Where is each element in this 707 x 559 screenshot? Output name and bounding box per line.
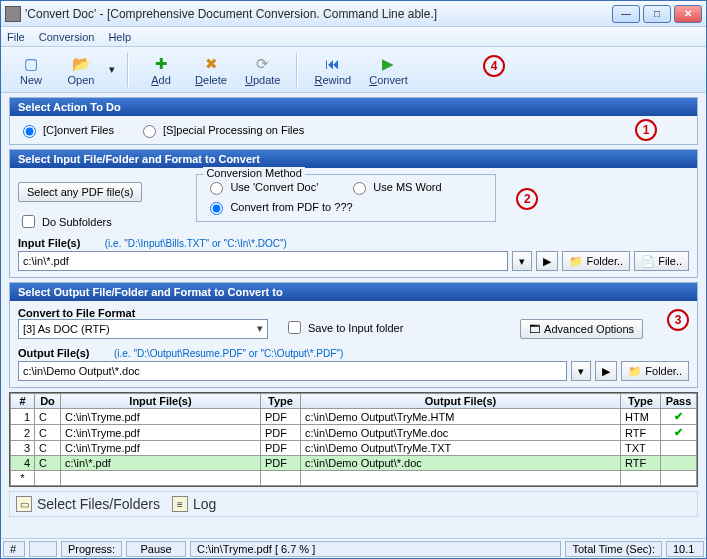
tab-select-files[interactable]: ▭ Select Files/Folders (16, 496, 160, 512)
jobs-grid[interactable]: # Do Input File(s) Type Output File(s) T… (9, 392, 698, 487)
save-to-input-label: Save to Input folder (308, 322, 403, 334)
radio-use-msword[interactable]: Use MS Word (348, 179, 441, 195)
table-row[interactable]: 3CC:\in\Tryme.pdfPDFc:\in\Demo Output\Tr… (11, 441, 697, 456)
table-cell: RTF (621, 456, 661, 471)
col-output[interactable]: Output File(s) (301, 394, 621, 409)
open-label: Open (68, 74, 95, 86)
open-button[interactable]: 📂 Open (59, 50, 103, 90)
col-type[interactable]: Type (261, 394, 301, 409)
status-file: C:\in\Tryme.pdf [ 6.7 % ] (190, 541, 561, 557)
input-file-button[interactable]: 📄File.. (634, 251, 689, 271)
input-folder-button[interactable]: 📁Folder.. (562, 251, 630, 271)
table-cell: TXT (621, 441, 661, 456)
add-button[interactable]: ✚ Add (139, 50, 183, 90)
tab-log-label: Log (193, 496, 216, 512)
table-cell: C (35, 441, 61, 456)
input-dropdown-button[interactable]: ▾ (512, 251, 532, 271)
panel-action-header: Select Action To Do (10, 98, 697, 116)
advanced-options-button[interactable]: 🗔Advanced Options (520, 319, 643, 339)
output-folder-button[interactable]: 📁Folder.. (621, 361, 689, 381)
minimize-button[interactable]: — (612, 5, 640, 23)
status-pause[interactable]: Pause (126, 541, 186, 557)
table-cell: C (35, 425, 61, 441)
folder-icon: 📁 (569, 255, 583, 268)
do-subfolders-checkbox[interactable]: Do Subfolders (18, 212, 142, 231)
select-any-pdf-button[interactable]: Select any PDF file(s) (18, 182, 142, 202)
new-button[interactable]: ▢ New (9, 50, 53, 90)
app-icon (5, 6, 21, 22)
table-cell: c:\in\*.pdf (61, 456, 261, 471)
tab-log[interactable]: ≡ Log (172, 496, 216, 512)
output-play-button[interactable]: ▶ (595, 361, 617, 381)
menu-conversion[interactable]: Conversion (39, 31, 95, 43)
table-row[interactable]: 1CC:\in\Tryme.pdfPDFc:\in\Demo Output\Tr… (11, 409, 697, 425)
toolbar: ▢ New 📂 Open ▾ ✚ Add ✖ Delete ⟳ Update ⏮… (1, 47, 706, 93)
table-cell: C:\in\Tryme.pdf (61, 425, 261, 441)
annotation-4: 4 (483, 55, 505, 77)
menu-help[interactable]: Help (108, 31, 131, 43)
col-pass[interactable]: Pass (661, 394, 697, 409)
close-button[interactable]: ✕ (674, 5, 702, 23)
file-icon: 📄 (641, 255, 655, 268)
status-time-value: 10.1 (666, 541, 704, 557)
delete-icon: ✖ (201, 54, 221, 74)
table-cell: C:\in\Tryme.pdf (61, 409, 261, 425)
radio-special-processing[interactable]: [S]pecial Processing on Files (138, 122, 304, 138)
delete-label: Delete (195, 74, 227, 86)
save-to-input-checkbox[interactable]: Save to Input folder (284, 318, 403, 337)
table-cell: C (35, 456, 61, 471)
radio-from-pdf-label: Convert from PDF to ??? (230, 201, 352, 213)
update-button[interactable]: ⟳ Update (239, 50, 286, 90)
convert-label: Convert (369, 74, 408, 86)
output-dropdown-button[interactable]: ▾ (571, 361, 591, 381)
rewind-label: Rewind (314, 74, 351, 86)
conversion-method-fieldset: Conversion Method Use 'Convert Doc' Use … (196, 174, 496, 222)
update-label: Update (245, 74, 280, 86)
open-icon: 📂 (71, 54, 91, 74)
maximize-button[interactable]: □ (643, 5, 671, 23)
conversion-method-legend: Conversion Method (203, 167, 304, 179)
do-subfolders-label: Do Subfolders (42, 216, 112, 228)
delete-button[interactable]: ✖ Delete (189, 50, 233, 90)
col-input[interactable]: Input File(s) (61, 394, 261, 409)
annotation-1: 1 (635, 119, 657, 141)
radio-from-pdf[interactable]: Convert from PDF to ??? (205, 199, 487, 215)
log-icon: ≡ (172, 496, 188, 512)
status-time-label: Total Time (Sec): (565, 541, 662, 557)
table-row[interactable]: 2CC:\in\Tryme.pdfPDFc:\in\Demo Output\Tr… (11, 425, 697, 441)
status-hash: # (3, 541, 25, 557)
new-label: New (20, 74, 42, 86)
table-cell: c:\in\Demo Output\TryMe.doc (301, 425, 621, 441)
col-num[interactable]: # (11, 394, 35, 409)
convert-to-select[interactable]: [3] As DOC (RTF) (18, 319, 268, 339)
titlebar: 'Convert Doc' - [Comprehensive Document … (1, 1, 706, 27)
radio-use-convertdoc[interactable]: Use 'Convert Doc' (205, 179, 318, 195)
input-files-field[interactable] (18, 251, 508, 271)
input-play-button[interactable]: ▶ (536, 251, 558, 271)
table-cell: HTM (621, 409, 661, 425)
table-cell: 4 (11, 456, 35, 471)
table-cell: c:\in\Demo Output\*.doc (301, 456, 621, 471)
convert-to-value: [3] As DOC (RTF) (23, 323, 110, 335)
radio-convert-files[interactable]: [C]onvert Files (18, 122, 114, 138)
tab-select-label: Select Files/Folders (37, 496, 160, 512)
table-row-new[interactable]: * (11, 471, 697, 486)
col-do[interactable]: Do (35, 394, 61, 409)
convert-button[interactable]: ▶ Convert (363, 50, 414, 90)
open-dropdown-caret[interactable]: ▾ (107, 63, 117, 76)
input-files-hint: (i.e. "D:\Input\Bills.TXT" or "C:\In\*.D… (105, 238, 287, 249)
rewind-icon: ⏮ (323, 54, 343, 74)
col-type2[interactable]: Type (621, 394, 661, 409)
app-window: 'Convert Doc' - [Comprehensive Document … (0, 0, 707, 559)
menu-file[interactable]: File (7, 31, 25, 43)
panel-output-header: Select Output File/Folder and Format to … (10, 283, 697, 301)
radio-special-label: [S]pecial Processing on Files (163, 124, 304, 136)
table-cell: 3 (11, 441, 35, 456)
menubar: File Conversion Help (1, 27, 706, 47)
table-row[interactable]: 4Cc:\in\*.pdfPDFc:\in\Demo Output\*.docR… (11, 456, 697, 471)
table-cell: PDF (261, 441, 301, 456)
rewind-button[interactable]: ⏮ Rewind (308, 50, 357, 90)
output-files-field[interactable] (18, 361, 567, 381)
advanced-options-label: Advanced Options (544, 323, 634, 335)
output-folder-label: Folder.. (645, 365, 682, 377)
